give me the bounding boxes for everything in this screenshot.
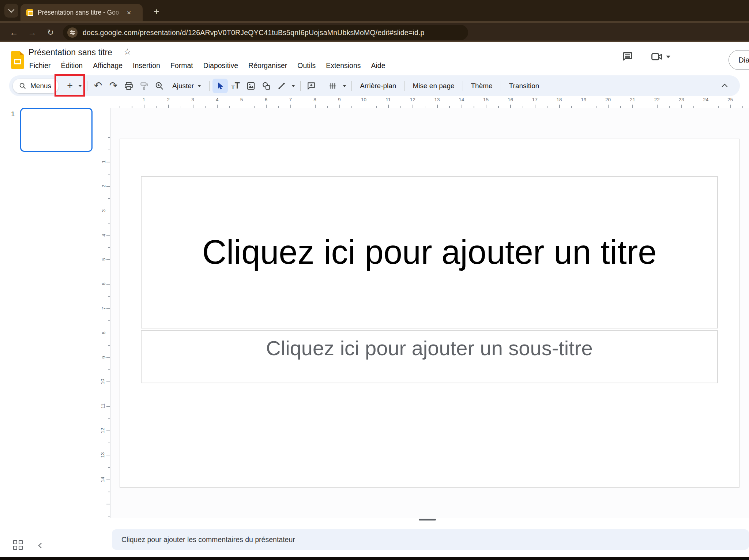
menu-diapositive[interactable]: Diapositive (203, 60, 239, 71)
star-icon[interactable]: ☆ (124, 47, 131, 57)
menu-outils[interactable]: Outils (297, 60, 316, 71)
background-button[interactable]: Arrière-plan (355, 79, 401, 93)
insert-comment-button[interactable] (304, 79, 319, 93)
menus-label: Menus (30, 82, 51, 90)
text-box-button[interactable]: TT (228, 79, 243, 93)
menu-reorganiser[interactable]: Réorganiser (248, 60, 288, 71)
ruler-tick (108, 418, 110, 419)
theme-builder-dropdown[interactable] (340, 79, 349, 93)
toolbar-separator (463, 81, 463, 91)
ruler-tick (106, 382, 110, 382)
comments-button[interactable] (620, 49, 635, 64)
back-button[interactable]: ← (7, 25, 21, 40)
hide-menus-button[interactable] (717, 75, 733, 96)
ruler-number: 4 (101, 234, 107, 237)
slides-favicon-icon (26, 9, 33, 16)
tab-search-button[interactable] (4, 4, 18, 18)
comment-add-icon (306, 81, 316, 91)
chevron-down-icon (291, 85, 295, 87)
zoom-button[interactable] (152, 79, 167, 93)
notes-resize-handle[interactable] (419, 519, 436, 520)
ruler-tick (266, 105, 267, 108)
undo-button[interactable]: ↶ (90, 79, 106, 93)
menu-format[interactable]: Format (170, 60, 194, 71)
ruler-tick (559, 105, 560, 108)
reload-button[interactable]: ↻ (43, 25, 58, 40)
fit-label: Ajuster (172, 82, 194, 90)
ruler-tick (106, 308, 110, 309)
subtitle-placeholder[interactable]: Cliquez ici pour ajouter un sous-titre (141, 330, 718, 383)
ruler-number: 18 (556, 97, 562, 102)
toolbar-separator (87, 81, 87, 91)
ruler-tick (108, 198, 110, 199)
toolbar-separator (351, 81, 352, 91)
ruler-number: 8 (313, 97, 316, 102)
ruler-tick (486, 105, 487, 108)
ruler-tick (106, 480, 110, 480)
document-title[interactable]: Présentation sans titre (29, 48, 112, 57)
redo-button[interactable]: ↷ (106, 79, 121, 93)
toolbar-separator (300, 81, 301, 91)
ruler-tick (339, 105, 340, 108)
transition-button[interactable]: Transition (504, 79, 545, 93)
ruler-tick (106, 504, 110, 504)
insert-image-button[interactable] (243, 79, 259, 93)
menu-aide[interactable]: Aide (370, 60, 386, 71)
ruler-tick (608, 105, 609, 108)
print-button[interactable] (121, 79, 136, 93)
new-tab-button[interactable]: + (149, 4, 164, 19)
insert-line-dropdown[interactable] (289, 79, 297, 93)
slides-toolbar: Menus + ↶ ↷ (9, 75, 740, 96)
forward-button[interactable]: → (25, 25, 39, 40)
browser-tab[interactable]: Présentation sans titre - Goo × (20, 4, 143, 21)
grid-view-button[interactable] (13, 540, 23, 550)
collapse-filmstrip-button[interactable] (37, 541, 45, 550)
ruler-tick (413, 105, 413, 108)
present-button[interactable]: Diapo (729, 50, 749, 70)
slide-number: 1 (11, 110, 15, 118)
plus-icon: + (67, 81, 73, 91)
ruler-tick (108, 272, 110, 273)
tab-close-icon[interactable]: × (127, 9, 131, 16)
menu-insertion[interactable]: Insertion (132, 60, 161, 71)
tab-title: Présentation sans titre - Goo (38, 9, 125, 16)
ruler-tick (106, 431, 110, 431)
title-placeholder[interactable]: Cliquez ici pour ajouter un titre (141, 176, 718, 328)
ruler-number: 3 (101, 209, 107, 212)
new-slide-button[interactable]: + (64, 79, 76, 93)
insert-line-button[interactable] (274, 79, 289, 93)
theme-builder-button[interactable] (325, 79, 340, 93)
paint-format-button[interactable] (136, 79, 152, 93)
theme-button[interactable]: Thème (466, 79, 498, 93)
ruler-tick (108, 516, 110, 517)
fit-zoom-select[interactable]: Ajuster (167, 79, 206, 93)
ruler-number: 1 (101, 160, 107, 163)
site-info-icon[interactable] (67, 27, 78, 38)
slide-page[interactable]: Cliquez ici pour ajouter un titre Clique… (120, 139, 739, 488)
menu-fichier[interactable]: Fichier (29, 60, 52, 71)
ruler-number: 12 (410, 97, 415, 102)
menu-extensions[interactable]: Extensions (325, 60, 361, 71)
menu-edition[interactable]: Édition (60, 60, 84, 71)
new-slide-dropdown[interactable] (76, 79, 84, 93)
comment-icon (622, 51, 633, 63)
select-tool-button[interactable] (212, 79, 228, 93)
address-bar[interactable]: docs.google.com/presentation/d/126ARvpV0… (63, 25, 468, 40)
join-call-button[interactable] (649, 49, 672, 64)
ruler-number: 6 (101, 282, 107, 285)
slide-thumbnail[interactable] (20, 108, 93, 152)
ruler-tick (108, 394, 110, 395)
ruler-tick (108, 137, 110, 138)
slides-logo-icon[interactable] (11, 51, 24, 69)
ruler-tick (242, 105, 242, 108)
layout-button[interactable]: Mise en page (407, 79, 459, 93)
menu-bar: Fichier Édition Affichage Insertion Form… (29, 60, 386, 71)
ruler-tick (315, 105, 316, 108)
speaker-notes-input[interactable]: Cliquez pour ajouter les commentaires du… (112, 529, 749, 550)
search-menus-button[interactable]: Menus (13, 79, 59, 93)
ruler-tick (437, 105, 438, 108)
ruler-number: 6 (265, 97, 268, 102)
insert-shape-button[interactable] (259, 79, 274, 93)
menu-affichage[interactable]: Affichage (92, 60, 123, 71)
chevron-down-icon (78, 85, 82, 87)
